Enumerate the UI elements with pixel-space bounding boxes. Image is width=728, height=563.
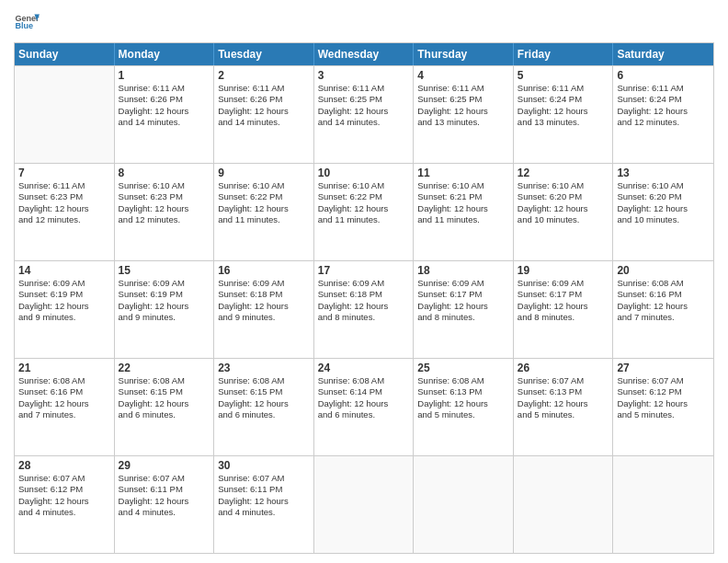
cal-header-day: Wednesday — [314, 43, 415, 65]
day-number: 18 — [417, 264, 509, 277]
cell-info: Sunrise: 6:07 AMSunset: 6:11 PMDaylight:… — [218, 473, 310, 518]
calendar-cell: 25Sunrise: 6:08 AMSunset: 6:13 PMDayligh… — [414, 359, 514, 455]
logo-icon: General Blue — [14, 9, 40, 35]
calendar-cell: 1Sunrise: 6:11 AMSunset: 6:26 PMDaylight… — [115, 66, 215, 163]
calendar-cell: 5Sunrise: 6:11 AMSunset: 6:24 PMDaylight… — [514, 66, 614, 163]
calendar-cell: 21Sunrise: 6:08 AMSunset: 6:16 PMDayligh… — [15, 359, 115, 455]
day-number: 1 — [119, 69, 210, 82]
day-number: 2 — [218, 69, 310, 82]
cell-info: Sunrise: 6:09 AMSunset: 6:19 PMDaylight:… — [18, 278, 110, 323]
calendar-cell: 27Sunrise: 6:07 AMSunset: 6:12 PMDayligh… — [613, 359, 713, 455]
calendar-cell: 9Sunrise: 6:10 AMSunset: 6:22 PMDaylight… — [214, 164, 314, 260]
cell-info: Sunrise: 6:07 AMSunset: 6:12 PMDaylight:… — [617, 375, 710, 420]
cell-info: Sunrise: 6:11 AMSunset: 6:25 PMDaylight:… — [417, 83, 509, 128]
cal-header-day: Monday — [115, 43, 215, 65]
calendar-cell: 8Sunrise: 6:10 AMSunset: 6:23 PMDaylight… — [115, 164, 215, 260]
cell-info: Sunrise: 6:09 AMSunset: 6:18 PMDaylight:… — [318, 278, 410, 323]
day-number: 23 — [218, 362, 310, 374]
cell-info: Sunrise: 6:08 AMSunset: 6:13 PMDaylight:… — [417, 375, 509, 420]
cell-info: Sunrise: 6:11 AMSunset: 6:25 PMDaylight:… — [318, 83, 410, 128]
calendar-cell: 19Sunrise: 6:09 AMSunset: 6:17 PMDayligh… — [514, 261, 614, 358]
svg-text:Blue: Blue — [15, 21, 33, 30]
day-number: 7 — [18, 167, 110, 179]
calendar-cell: 18Sunrise: 6:09 AMSunset: 6:17 PMDayligh… — [414, 261, 514, 358]
calendar-body: 1Sunrise: 6:11 AMSunset: 6:26 PMDaylight… — [15, 65, 713, 553]
cal-header-day: Tuesday — [214, 43, 314, 65]
calendar-cell — [314, 456, 415, 553]
day-number: 19 — [518, 264, 609, 277]
calendar-row: 14Sunrise: 6:09 AMSunset: 6:19 PMDayligh… — [15, 260, 713, 358]
day-number: 27 — [617, 362, 710, 374]
day-number: 12 — [518, 167, 609, 179]
day-number: 30 — [218, 459, 310, 472]
calendar-cell: 6Sunrise: 6:11 AMSunset: 6:24 PMDaylight… — [613, 66, 713, 163]
cell-info: Sunrise: 6:08 AMSunset: 6:16 PMDaylight:… — [617, 278, 710, 323]
cell-info: Sunrise: 6:08 AMSunset: 6:15 PMDaylight:… — [218, 375, 310, 420]
cal-header-day: Sunday — [15, 43, 115, 65]
calendar-cell: 22Sunrise: 6:08 AMSunset: 6:15 PMDayligh… — [115, 359, 215, 455]
day-number: 26 — [518, 362, 609, 374]
calendar-cell: 23Sunrise: 6:08 AMSunset: 6:15 PMDayligh… — [214, 359, 314, 455]
cell-info: Sunrise: 6:11 AMSunset: 6:26 PMDaylight:… — [119, 83, 210, 128]
day-number: 5 — [518, 69, 609, 82]
day-number: 9 — [218, 167, 310, 179]
calendar-cell: 29Sunrise: 6:07 AMSunset: 6:11 PMDayligh… — [115, 456, 215, 553]
calendar-cell — [414, 456, 514, 553]
cell-info: Sunrise: 6:11 AMSunset: 6:26 PMDaylight:… — [218, 83, 310, 128]
cell-info: Sunrise: 6:10 AMSunset: 6:22 PMDaylight:… — [318, 180, 410, 225]
cal-header-day: Thursday — [414, 43, 514, 65]
cell-info: Sunrise: 6:09 AMSunset: 6:17 PMDaylight:… — [518, 278, 609, 323]
cell-info: Sunrise: 6:10 AMSunset: 6:23 PMDaylight:… — [119, 180, 210, 225]
calendar-row: 21Sunrise: 6:08 AMSunset: 6:16 PMDayligh… — [15, 358, 713, 455]
cell-info: Sunrise: 6:11 AMSunset: 6:24 PMDaylight:… — [518, 83, 609, 128]
calendar-cell: 30Sunrise: 6:07 AMSunset: 6:11 PMDayligh… — [214, 456, 314, 553]
calendar-cell: 2Sunrise: 6:11 AMSunset: 6:26 PMDaylight… — [214, 66, 314, 163]
day-number: 11 — [417, 167, 509, 179]
cell-info: Sunrise: 6:10 AMSunset: 6:21 PMDaylight:… — [417, 180, 509, 225]
day-number: 13 — [617, 167, 710, 179]
cell-info: Sunrise: 6:11 AMSunset: 6:23 PMDaylight:… — [18, 180, 110, 225]
calendar-cell: 14Sunrise: 6:09 AMSunset: 6:19 PMDayligh… — [15, 261, 115, 358]
day-number: 4 — [417, 69, 509, 82]
day-number: 20 — [617, 264, 710, 277]
day-number: 16 — [218, 264, 310, 277]
cell-info: Sunrise: 6:07 AMSunset: 6:11 PMDaylight:… — [119, 473, 210, 518]
calendar-cell — [15, 66, 115, 163]
calendar-cell: 12Sunrise: 6:10 AMSunset: 6:20 PMDayligh… — [514, 164, 614, 260]
calendar-header: SundayMondayTuesdayWednesdayThursdayFrid… — [15, 43, 713, 65]
day-number: 29 — [119, 459, 210, 472]
day-number: 25 — [417, 362, 509, 374]
cell-info: Sunrise: 6:07 AMSunset: 6:12 PMDaylight:… — [18, 473, 110, 518]
calendar-cell — [514, 456, 614, 553]
day-number: 14 — [18, 264, 110, 277]
calendar-cell: 11Sunrise: 6:10 AMSunset: 6:21 PMDayligh… — [414, 164, 514, 260]
logo: General Blue — [14, 9, 40, 35]
calendar-row: 7Sunrise: 6:11 AMSunset: 6:23 PMDaylight… — [15, 163, 713, 260]
cell-info: Sunrise: 6:08 AMSunset: 6:15 PMDaylight:… — [119, 375, 210, 420]
calendar-row: 28Sunrise: 6:07 AMSunset: 6:12 PMDayligh… — [15, 455, 713, 553]
cell-info: Sunrise: 6:11 AMSunset: 6:24 PMDaylight:… — [617, 83, 710, 128]
calendar-cell: 3Sunrise: 6:11 AMSunset: 6:25 PMDaylight… — [314, 66, 415, 163]
cal-header-day: Saturday — [613, 43, 713, 65]
cell-info: Sunrise: 6:08 AMSunset: 6:16 PMDaylight:… — [18, 375, 110, 420]
calendar-cell: 16Sunrise: 6:09 AMSunset: 6:18 PMDayligh… — [214, 261, 314, 358]
cell-info: Sunrise: 6:07 AMSunset: 6:13 PMDaylight:… — [518, 375, 609, 420]
cell-info: Sunrise: 6:10 AMSunset: 6:22 PMDaylight:… — [218, 180, 310, 225]
day-number: 3 — [318, 69, 410, 82]
cell-info: Sunrise: 6:10 AMSunset: 6:20 PMDaylight:… — [617, 180, 710, 225]
page: General Blue SundayMondayTuesdayWednesda… — [0, 0, 728, 563]
header: General Blue — [14, 9, 714, 35]
day-number: 21 — [18, 362, 110, 374]
cell-info: Sunrise: 6:10 AMSunset: 6:20 PMDaylight:… — [518, 180, 609, 225]
day-number: 10 — [318, 167, 410, 179]
calendar-cell: 15Sunrise: 6:09 AMSunset: 6:19 PMDayligh… — [115, 261, 215, 358]
day-number: 6 — [617, 69, 710, 82]
calendar-cell: 7Sunrise: 6:11 AMSunset: 6:23 PMDaylight… — [15, 164, 115, 260]
calendar-row: 1Sunrise: 6:11 AMSunset: 6:26 PMDaylight… — [15, 65, 713, 163]
day-number: 24 — [318, 362, 410, 374]
calendar-cell: 20Sunrise: 6:08 AMSunset: 6:16 PMDayligh… — [613, 261, 713, 358]
cell-info: Sunrise: 6:09 AMSunset: 6:19 PMDaylight:… — [119, 278, 210, 323]
calendar-cell: 26Sunrise: 6:07 AMSunset: 6:13 PMDayligh… — [514, 359, 614, 455]
calendar: SundayMondayTuesdayWednesdayThursdayFrid… — [14, 42, 714, 554]
cell-info: Sunrise: 6:08 AMSunset: 6:14 PMDaylight:… — [318, 375, 410, 420]
